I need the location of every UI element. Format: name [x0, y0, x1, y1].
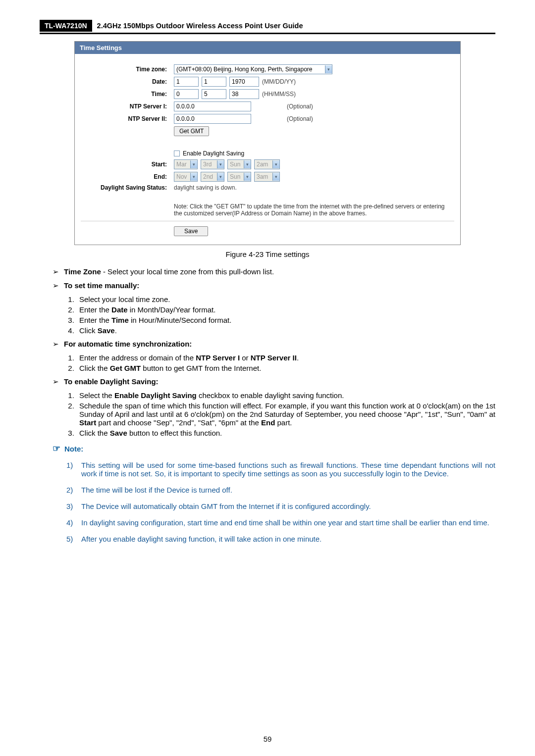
note-item: 1)This setting will be used for some tim… [66, 461, 495, 478]
ntp1-label: NTP Server I: [75, 103, 174, 110]
page-number: 59 [0, 735, 535, 743]
chevron-down-icon [217, 160, 224, 168]
get-gmt-button[interactable]: Get GMT [174, 126, 209, 136]
date-label: Date: [75, 78, 174, 85]
bullet-dst-header: To enable Daylight Saving: [53, 377, 495, 386]
save-button[interactable]: Save [174, 226, 208, 236]
enable-dst-checkbox[interactable] [174, 151, 180, 156]
chevron-down-icon [244, 160, 251, 168]
chevron-down-icon [244, 173, 251, 181]
list-item: Enter the Time in Hour/Minute/Second for… [76, 316, 495, 324]
list-item: Click the Get GMT button to get GMT from… [76, 364, 495, 372]
end-day-select[interactable]: Sun [227, 172, 251, 182]
start-mon-select[interactable]: Mar [174, 159, 198, 169]
end-mon-select[interactable]: Nov [174, 172, 198, 182]
date-month-input[interactable]: 1 [174, 77, 199, 87]
dst-status-label: Daylight Saving Status: [75, 184, 174, 191]
note-item: 2)The time will be lost if the Device is… [66, 486, 495, 494]
guide-title: 2.4GHz 150Mbps Outdoor Wireless Access P… [97, 22, 303, 30]
figure-caption: Figure 4-23 Time settings [40, 250, 495, 258]
end-label: End: [75, 173, 174, 180]
bullet-auto-header: For automatic time synchronization: [53, 340, 495, 349]
note-header: Note: [53, 443, 495, 454]
list-item: Enter the Date in Month/Day/Year format. [76, 305, 495, 314]
timezone-label: Time zone: [75, 66, 174, 73]
ntp1-hint: (Optional) [287, 103, 313, 110]
ntp2-hint: (Optional) [287, 115, 313, 122]
date-hint: (MM/DD/YY) [262, 78, 296, 85]
note-item: 5)After you enable daylight saving funct… [66, 535, 495, 543]
enable-dst-label: Enable Daylight Saving [183, 150, 244, 157]
time-min-input[interactable]: 5 [202, 89, 226, 99]
chevron-down-icon [325, 65, 332, 73]
start-hr-select[interactable]: 2am [254, 159, 280, 169]
ntp2-input[interactable]: 0.0.0.0 [174, 114, 251, 124]
list-item: Click the Save button to effect this fun… [76, 429, 495, 437]
time-label: Time: [75, 91, 174, 98]
timezone-select[interactable]: (GMT+08:00) Beijing, Hong Kong, Perth, S… [174, 64, 332, 74]
chevron-down-icon [190, 173, 197, 181]
chevron-down-icon [272, 160, 279, 168]
panel-note: Note: Click the "GET GMT" to update the … [174, 203, 451, 217]
date-day-input[interactable]: 1 [202, 77, 226, 87]
manual-steps-list: Select your local time zone. Enter the D… [76, 295, 495, 335]
chevron-down-icon [217, 173, 224, 181]
bullet-manual-header: To set time manually: [53, 281, 495, 290]
panel-title: Time Settings [75, 42, 460, 54]
dst-status-text: daylight saving is down. [174, 184, 237, 191]
list-item: Schedule the span of time which this fun… [76, 402, 495, 427]
start-label: Start: [75, 161, 174, 168]
chevron-down-icon [272, 173, 279, 181]
auto-steps-list: Enter the address or domain of the NTP S… [76, 353, 495, 372]
time-hour-input[interactable]: 0 [174, 89, 199, 99]
time-hint: (HH/MM/SS) [262, 91, 296, 98]
notes-list: 1)This setting will be used for some tim… [66, 461, 495, 543]
date-year-input[interactable]: 1970 [229, 77, 259, 87]
start-day-select[interactable]: Sun [227, 159, 251, 169]
list-item: Select your local time zone. [76, 295, 495, 303]
end-ord-select[interactable]: 2nd [201, 172, 224, 182]
note-item: 3)The Device will automatically obtain G… [66, 502, 495, 510]
start-ord-select[interactable]: 3rd [201, 159, 224, 169]
time-settings-panel: Time Settings Time zone: (GMT+08:00) Bei… [74, 41, 461, 245]
list-item: Enter the address or domain of the NTP S… [76, 353, 495, 362]
page-header: TL-WA7210N 2.4GHz 150Mbps Outdoor Wirele… [40, 20, 495, 34]
chevron-down-icon [190, 160, 197, 168]
list-item: Select the Enable Daylight Saving checkb… [76, 391, 495, 400]
time-sec-input[interactable]: 38 [229, 89, 259, 99]
dst-steps-list: Select the Enable Daylight Saving checkb… [76, 391, 495, 437]
list-item: Click Save. [76, 326, 495, 335]
timezone-value: (GMT+08:00) Beijing, Hong Kong, Perth, S… [176, 66, 313, 73]
note-item: 4)In daylight saving configuration, star… [66, 518, 495, 527]
ntp2-label: NTP Server II: [75, 115, 174, 122]
model-badge: TL-WA7210N [40, 20, 92, 32]
ntp1-input[interactable]: 0.0.0.0 [174, 101, 251, 111]
bullet-timezone: Time Zone - Select your local time zone … [53, 267, 495, 276]
end-hr-select[interactable]: 3am [254, 172, 280, 182]
